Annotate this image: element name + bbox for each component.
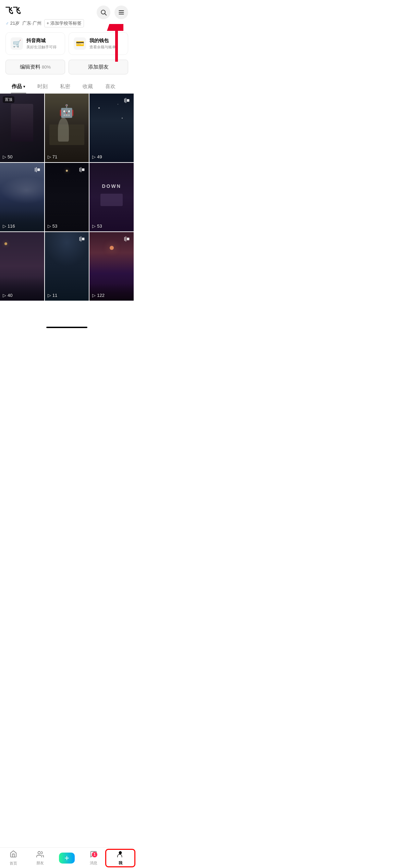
down-text: DOWN — [102, 183, 121, 189]
play-count-8: ▷ 11 — [48, 293, 57, 298]
play-icon-2: ▷ — [48, 154, 51, 159]
play-icon-1: ▷ — [3, 154, 6, 159]
multi-icon-8 — [78, 235, 86, 243]
age-label: 21岁 — [10, 20, 20, 26]
tab-moments[interactable]: 时刻 — [31, 80, 54, 93]
gender-age-tag: ♂ 21岁 — [5, 20, 20, 26]
video-cell-6[interactable]: DOWN ▷ 53 — [89, 163, 134, 231]
play-icon-6: ▷ — [92, 224, 96, 229]
play-icon-9: ▷ — [92, 293, 96, 298]
add-tag-label: + 添加学校等标签 — [47, 20, 82, 26]
gender-icon: ♂ — [5, 21, 9, 26]
play-icon-8: ▷ — [48, 293, 51, 298]
location-tag: 广东·广州 — [22, 20, 41, 26]
video-cell-3[interactable]: ▷ 49 — [89, 94, 134, 162]
multi-icon-4 — [33, 166, 41, 174]
video-grid: 置顶 ▷ 50 🤖 ▷ 71 — [0, 94, 134, 301]
play-count-7: ▷ 40 — [3, 293, 12, 298]
wallet-text: 我的钱包 查看余额与账单 — [89, 38, 116, 50]
shop-title: 抖音商城 — [26, 38, 57, 44]
tab-private[interactable]: 私密 — [54, 80, 76, 93]
tab-likes[interactable]: 喜欢 — [99, 80, 122, 93]
play-count-4: ▷ 116 — [3, 224, 15, 229]
search-icon[interactable] — [97, 5, 110, 19]
play-count-3: ▷ 49 — [92, 154, 102, 159]
play-count-6: ▷ 53 — [92, 224, 102, 229]
video-cell-9[interactable]: ▷ 122 — [89, 232, 134, 301]
wallet-subtitle: 查看余额与账单 — [89, 45, 116, 50]
content-tabs: 作品 ▾ 时刻 私密 收藏 喜欢 — [0, 80, 134, 94]
multi-icon-5 — [78, 166, 86, 174]
play-count-9: ▷ 122 — [92, 293, 105, 298]
multi-icon-3 — [123, 96, 131, 105]
tab-dropdown-icon: ▾ — [23, 85, 25, 88]
tab-works[interactable]: 作品 ▾ — [5, 80, 31, 93]
pin-badge-1: 置顶 — [3, 96, 14, 103]
wallet-card[interactable]: 💳 我的钱包 查看余额与账单 — [69, 32, 128, 55]
shop-card[interactable]: 🛒 抖音商城 美好生活触手可得 — [5, 32, 65, 55]
video-cell-5[interactable]: ▷ 53 — [45, 163, 89, 231]
video-cell-1[interactable]: 置顶 ▷ 50 — [0, 94, 44, 162]
edit-profile-button[interactable]: 编辑资料 80% — [5, 60, 65, 74]
play-count-5: ▷ 53 — [48, 224, 57, 229]
play-count-1: ▷ 50 — [3, 154, 12, 159]
multi-icon-9 — [123, 235, 131, 243]
play-icon-5: ▷ — [48, 224, 51, 229]
add-tag-button[interactable]: + 添加学校等标签 — [44, 19, 84, 27]
add-friend-button[interactable]: 添加朋友 — [69, 60, 128, 74]
play-count-2: ▷ 71 — [48, 154, 57, 159]
play-icon-7: ▷ — [3, 293, 6, 298]
shop-text: 抖音商城 美好生活触手可得 — [26, 38, 57, 50]
location-label: 广东·广州 — [22, 20, 41, 26]
wallet-title: 我的钱包 — [89, 38, 116, 44]
menu-icon[interactable] — [114, 5, 128, 19]
profile-tags: ♂ 21岁 广东·广州 + 添加学校等标签 — [5, 19, 128, 27]
service-cards-row: 🛒 抖音商城 美好生活触手可得 💳 我的钱包 查看余额与账单 — [0, 32, 134, 55]
play-icon-4: ▷ — [3, 224, 6, 229]
video-cell-4[interactable]: ▷ 116 — [0, 163, 44, 231]
home-indicator — [46, 327, 87, 328]
video-cell-7[interactable]: ▷ 40 — [0, 232, 44, 301]
shop-icon: 🛒 — [11, 37, 23, 50]
action-buttons-row: 编辑资料 80% 添加朋友 — [0, 60, 134, 74]
video-cell-2[interactable]: 🤖 ▷ 71 — [45, 94, 89, 162]
tab-favorites[interactable]: 收藏 — [76, 80, 99, 93]
svg-line-1 — [105, 14, 107, 15]
video-cell-8[interactable]: ▷ 11 — [45, 232, 89, 301]
edit-profile-pct: 80% — [42, 64, 51, 70]
wallet-icon: 💳 — [74, 37, 86, 50]
shop-subtitle: 美好生活触手可得 — [26, 45, 57, 50]
play-icon-3: ▷ — [92, 154, 96, 159]
